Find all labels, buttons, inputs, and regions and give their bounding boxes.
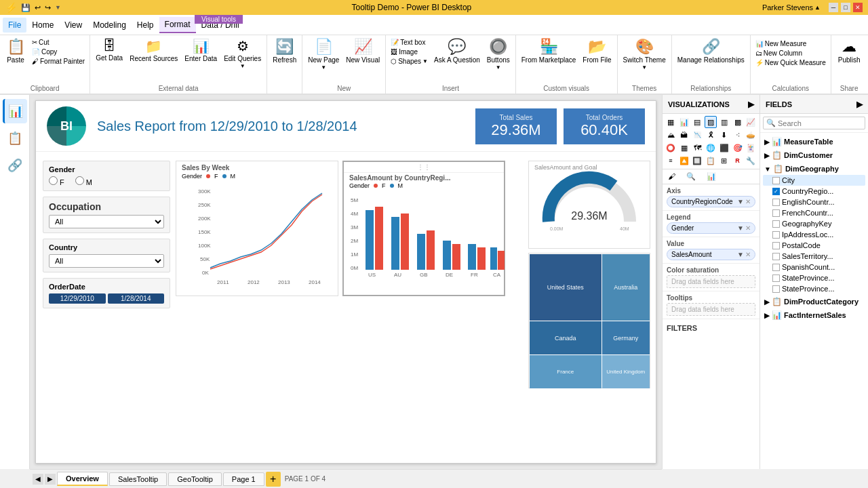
new-quick-measure-btn[interactable]: ⚡New Quick Measure: [753, 58, 828, 67]
add-page-btn[interactable]: +: [266, 472, 281, 487]
legend-dropdown-icon[interactable]: ▼: [737, 224, 744, 232]
viz-pie-icon[interactable]: 🥧: [745, 129, 757, 141]
viz-custom-icon[interactable]: 🔧: [745, 155, 757, 167]
value-remove-icon[interactable]: ✕: [745, 251, 751, 258]
viz-stacked-bar-icon[interactable]: ▤: [691, 116, 703, 128]
format-painter-btn[interactable]: 🖌Format Painter: [30, 57, 87, 66]
countryregio-checkbox[interactable]: ✓: [772, 188, 780, 195]
gender-f-label[interactable]: F: [49, 176, 64, 186]
cut-btn[interactable]: ✂Cut: [30, 38, 87, 47]
viz-100bar-icon[interactable]: ▨: [705, 116, 717, 128]
value-dropdown-icon[interactable]: ▼: [737, 251, 744, 258]
viz-line-col-icon[interactable]: 📉: [691, 129, 703, 141]
sidebar-data-icon[interactable]: 📋: [3, 126, 27, 150]
field-geographykey[interactable]: GeographyKey: [763, 218, 865, 229]
gender-m-radio[interactable]: [75, 176, 84, 185]
viz-multirow-icon[interactable]: ≡: [665, 155, 677, 167]
axis-dropdown-icon[interactable]: ▼: [737, 198, 744, 205]
date-start[interactable]: 12/29/2010: [49, 293, 106, 304]
menu-modeling[interactable]: Modeling: [87, 18, 132, 33]
fields-search-input[interactable]: [778, 119, 862, 127]
ask-question-btn[interactable]: 💬 Ask A Question: [431, 37, 483, 65]
new-column-btn[interactable]: 🗂New Column: [753, 49, 828, 58]
axis-pill[interactable]: CountryRegionCode ▼ ✕: [667, 196, 755, 207]
viz-stacked-area-icon[interactable]: 🏔: [678, 129, 690, 141]
buttons-btn[interactable]: 🔘 Buttons ▼: [484, 37, 513, 72]
window-controls[interactable]: ─ □ ✕: [829, 3, 863, 12]
format-tab[interactable]: 🖌: [663, 169, 681, 184]
sidebar-report-icon[interactable]: 📊: [3, 99, 27, 123]
viz-column-icon[interactable]: 📊: [678, 116, 690, 128]
field-englishcountr[interactable]: EnglishCountr...: [763, 197, 865, 207]
quick-access-redo[interactable]: ↪: [45, 3, 51, 12]
factinternetsales-header[interactable]: ▶ 📊 FactInternetSales: [763, 309, 865, 321]
data-tab[interactable]: 📊: [701, 169, 722, 184]
sales-by-week-chart[interactable]: Sales By Week Gender F M 300K 250K 200K …: [176, 161, 338, 296]
viz-line-icon[interactable]: 📈: [745, 116, 757, 128]
switch-theme-btn[interactable]: 🎨 Switch Theme ▼: [620, 37, 669, 83]
viz-kpi-icon[interactable]: 🔼: [678, 155, 690, 167]
minimize-btn[interactable]: ─: [829, 3, 838, 12]
viz-slicer-icon[interactable]: 🔲: [691, 155, 703, 167]
quick-access-undo[interactable]: ↩: [35, 3, 41, 12]
sales-by-country-chart[interactable]: ⋮⋮ SalesAmount by CountryRegi... Gender …: [342, 161, 505, 296]
fields-panel-chevron[interactable]: ▶: [856, 100, 863, 109]
paste-btn[interactable]: 📋 Paste: [3, 37, 28, 65]
viz-bar-icon[interactable]: ▦: [665, 116, 677, 128]
field-city[interactable]: City: [763, 175, 865, 186]
field-stateprovince1[interactable]: StateProvince...: [763, 272, 865, 283]
viz-area-icon[interactable]: ⛰: [665, 129, 677, 141]
gender-f-radio[interactable]: [49, 176, 58, 185]
analytics-tab[interactable]: 🔍: [681, 169, 701, 184]
menu-home[interactable]: Home: [26, 18, 59, 33]
edit-queries-btn[interactable]: ⚙ Edit Queries ▼: [221, 37, 264, 70]
date-end[interactable]: 1/28/2014: [108, 293, 165, 304]
treemap-chart[interactable]: United States Australia Canada Germany F…: [528, 253, 650, 388]
page-tab-page1[interactable]: Page 1: [223, 472, 264, 486]
from-marketplace-btn[interactable]: 🏪 From Marketplace: [519, 37, 579, 83]
publish-btn[interactable]: ☁ Publish: [834, 37, 865, 83]
viz-panel-chevron[interactable]: ▶: [748, 100, 754, 109]
quick-access-save[interactable]: 💾: [21, 3, 31, 12]
viz-waterfall-icon[interactable]: ⬇: [718, 129, 730, 141]
page-nav-prev[interactable]: ◀: [33, 474, 43, 485]
dimgeography-header[interactable]: ▼ 📋 DimGeography: [763, 163, 865, 175]
viz-card-icon[interactable]: 🃏: [745, 142, 757, 154]
field-spanishcount[interactable]: SpanishCount...: [763, 262, 865, 272]
field-stateprovince2[interactable]: StateProvince...: [763, 283, 865, 294]
menu-file[interactable]: File: [3, 18, 26, 33]
get-data-btn[interactable]: 🗄 Get Data: [93, 37, 125, 63]
field-frenchcountr[interactable]: FrenchCountr...: [763, 207, 865, 218]
image-btn[interactable]: 🖼Image: [389, 47, 430, 56]
occupation-select[interactable]: All Clerical Management Professional Ski…: [49, 215, 164, 228]
maximize-btn[interactable]: □: [841, 3, 850, 12]
recent-sources-btn[interactable]: 📁 Recent Sources: [127, 37, 180, 64]
page-tab-overview[interactable]: Overview: [57, 472, 108, 486]
viz-filled-map-icon[interactable]: 🌐: [705, 142, 717, 154]
copy-btn[interactable]: 📄Copy: [30, 47, 87, 56]
menu-view[interactable]: View: [59, 18, 87, 33]
viz-ribbon-icon[interactable]: 🎗: [705, 129, 717, 141]
legend-remove-icon[interactable]: ✕: [745, 224, 751, 232]
axis-remove-icon[interactable]: ✕: [745, 198, 751, 205]
viz-stacked-col-icon[interactable]: ▥: [718, 116, 730, 128]
gauge-chart[interactable]: SalesAmount and Goal 29.36M 0.00M 40M: [528, 161, 650, 249]
quick-access-more[interactable]: ▼: [55, 4, 61, 11]
dimproductcategory-header[interactable]: ▶ 📋 DimProductCategory: [763, 296, 865, 308]
measuretable-header[interactable]: ▶ 📊 MeasureTable: [763, 136, 865, 148]
viz-treemap-icon[interactable]: ▦: [678, 142, 690, 154]
country-select[interactable]: All: [49, 254, 164, 268]
refresh-btn[interactable]: 🔄 Refresh: [270, 37, 299, 92]
value-pill[interactable]: SalesAmount ▼ ✕: [667, 249, 755, 260]
color-saturation-dropzone[interactable]: Drag data fields here: [667, 275, 755, 288]
viz-r-icon[interactable]: R: [732, 155, 744, 167]
viz-map-icon[interactable]: 🗺: [691, 142, 703, 154]
page-tab-geotooltip[interactable]: GeoTooltip: [168, 472, 222, 486]
viz-matrix-icon[interactable]: ⊞: [718, 155, 730, 167]
viz-scatter-icon[interactable]: ⁖: [732, 129, 744, 141]
text-box-btn[interactable]: 📝Text box: [389, 38, 430, 47]
viz-100col-icon[interactable]: ▩: [732, 116, 744, 128]
field-postalcode[interactable]: PostalCode: [763, 240, 865, 251]
viz-gauge-icon[interactable]: 🎯: [732, 142, 744, 154]
new-page-btn[interactable]: 📄 New Page ▼: [305, 37, 342, 83]
